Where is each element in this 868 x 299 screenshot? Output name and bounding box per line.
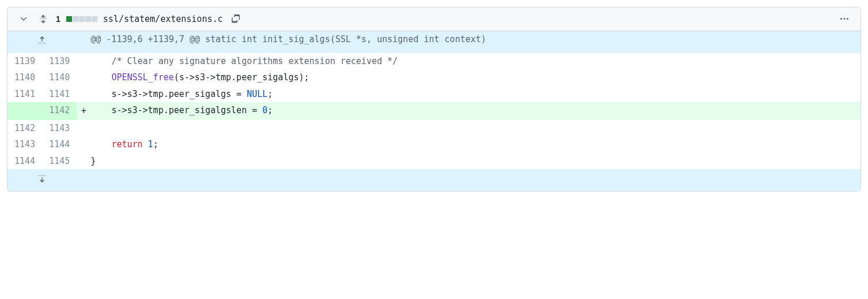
diff-line-addition: 1142+ s->s3->tmp.peer_sigalgslen = 0; <box>7 102 861 120</box>
diffstat-added-block <box>66 16 72 22</box>
diffstat-neutral-block <box>73 16 78 22</box>
diffstat-neutral-block <box>92 16 97 22</box>
line-number-old[interactable] <box>7 102 42 120</box>
line-number-new[interactable]: 1144 <box>42 136 77 153</box>
copy-icon <box>231 14 240 24</box>
line-number-new[interactable]: 1140 <box>42 69 77 86</box>
hunk-footer-row <box>7 169 861 191</box>
line-number-old[interactable]: 1139 <box>7 53 42 70</box>
line-number-old[interactable]: 1141 <box>7 86 42 103</box>
file-path[interactable]: ssl/statem/extensions.c <box>103 14 223 24</box>
diff-code: s->s3->tmp.peer_sigalgslen = 0; <box>90 102 861 120</box>
kebab-horizontal-icon <box>840 14 849 24</box>
diff-marker <box>77 153 90 170</box>
chevron-down-icon <box>19 14 28 24</box>
diff-marker: + <box>77 102 90 120</box>
hunk-footer-code <box>90 169 861 191</box>
diff-code <box>90 120 861 137</box>
line-number-new[interactable]: 1143 <box>42 120 77 137</box>
diff-line-context: 11401140 OPENSSL_free(s->s3->tmp.peer_si… <box>7 69 861 86</box>
diff-line-context: 11421143 <box>7 120 861 137</box>
file-header-left: 1 ssl/statem/extensions.c <box>17 12 243 26</box>
expand-up-cell[interactable] <box>7 31 77 53</box>
diff-marker <box>77 136 90 153</box>
diff-code: } <box>90 153 861 170</box>
line-number-new[interactable]: 1142 <box>42 102 77 120</box>
diff-file: 1 ssl/statem/extensions.c @@ -1139,6 +11… <box>7 7 861 192</box>
diff-code: OPENSSL_free(s->s3->tmp.peer_sigalgs); <box>90 69 861 86</box>
diff-line-context: 11431144 return 1; <box>7 136 861 153</box>
expand-down-icon <box>35 171 49 185</box>
diff-marker <box>77 53 90 70</box>
file-actions-menu[interactable] <box>837 12 851 26</box>
line-number-old[interactable]: 1142 <box>7 120 42 137</box>
line-number-new[interactable]: 1141 <box>42 86 77 103</box>
change-count: 1 <box>56 14 61 24</box>
diffstat-neutral-block <box>79 16 85 22</box>
diff-code: /* Clear any signature algorithms extens… <box>90 53 861 70</box>
expand-down-cell[interactable] <box>7 169 77 191</box>
diff-table: @@ -1139,6 +1139,7 @@ static int init_si… <box>7 31 861 191</box>
hunk-header-text: @@ -1139,6 +1139,7 @@ static int init_si… <box>90 31 861 53</box>
expand-up-icon <box>35 33 49 47</box>
line-number-old[interactable]: 1144 <box>7 153 42 170</box>
collapse-toggle[interactable] <box>17 12 31 26</box>
diffstat-neutral-block <box>85 16 91 22</box>
diff-line-context: 11441145} <box>7 153 861 170</box>
diff-marker <box>77 120 90 137</box>
diff-marker <box>77 69 90 86</box>
diffstat <box>66 16 97 22</box>
hunk-footer-marker <box>77 169 90 191</box>
hunk-marker <box>77 31 90 53</box>
hunk-header-row: @@ -1139,6 +1139,7 @@ static int init_si… <box>7 31 861 53</box>
diff-marker <box>77 86 90 103</box>
expand-all-button[interactable] <box>36 12 50 26</box>
file-header: 1 ssl/statem/extensions.c <box>7 8 861 31</box>
diff-line-context: 11411141 s->s3->tmp.peer_sigalgs = NULL; <box>7 86 861 103</box>
unfold-icon <box>39 14 48 24</box>
line-number-old[interactable]: 1140 <box>7 69 42 86</box>
diff-line-context: 11391139 /* Clear any signature algorith… <box>7 53 861 70</box>
line-number-new[interactable]: 1145 <box>42 153 77 170</box>
diff-code: return 1; <box>90 136 861 153</box>
diff-code: s->s3->tmp.peer_sigalgs = NULL; <box>90 86 861 103</box>
copy-path-button[interactable] <box>229 12 243 26</box>
line-number-old[interactable]: 1143 <box>7 136 42 153</box>
line-number-new[interactable]: 1139 <box>42 53 77 70</box>
